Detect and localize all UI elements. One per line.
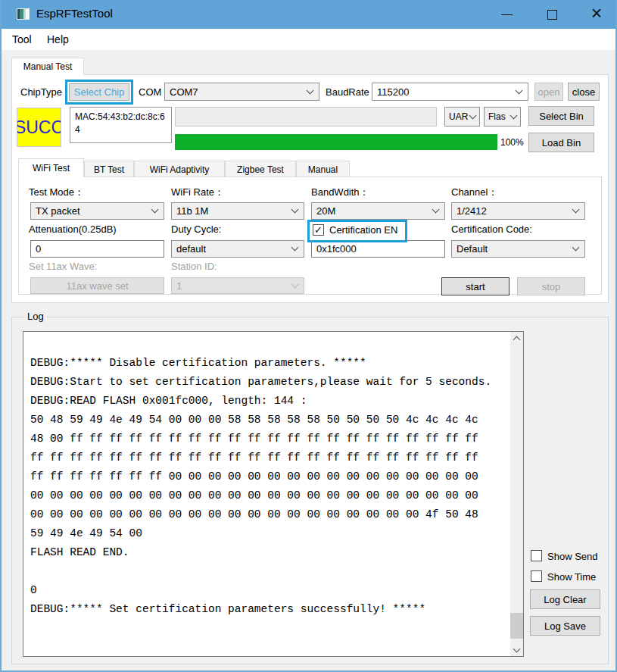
com-label: COM — [139, 86, 161, 98]
chevron-down-icon — [291, 206, 299, 214]
chevron-up-icon — [513, 336, 521, 343]
chevron-down-icon — [572, 244, 580, 252]
status-badge: SUCC — [17, 108, 61, 147]
app-icon — [17, 8, 30, 20]
duty-cycle-select[interactable]: default — [171, 240, 304, 258]
tab-manual-test[interactable]: Manual Test — [11, 58, 84, 75]
chevron-down-icon — [432, 206, 440, 214]
show-time-label: Show Time — [547, 571, 596, 583]
wifi-rate-select[interactable]: 11b 1M — [171, 202, 304, 220]
minimize-icon — [501, 14, 513, 15]
log-group-label: Log — [24, 311, 47, 322]
bandwidth-label: BandWdith： — [311, 186, 369, 199]
app-window: EspRFTestTool × Tool Help Manual Test Ch… — [0, 0, 617, 672]
chevron-down-icon — [469, 111, 477, 119]
log-line: 0 — [30, 581, 503, 600]
wave-set-button: 11ax wave set — [30, 277, 164, 294]
chevron-down-icon — [516, 86, 523, 94]
log-line: DEBUG:Start to set certification paramet… — [30, 373, 503, 392]
maximize-button[interactable] — [534, 0, 569, 29]
certification-code-label: Certification Code: — [451, 223, 532, 235]
baud-rate-select[interactable]: 115200 — [372, 83, 528, 101]
chevron-down-icon — [151, 206, 159, 214]
certification-en-checkbox[interactable]: ✓ — [313, 224, 324, 236]
close-window-button[interactable]: × — [579, 0, 614, 29]
attenuation-label: Attenuation(0.25dB) — [29, 223, 117, 235]
log-line: 00 00 00 00 00 00 00 00 00 00 00 00 00 0… — [30, 486, 503, 505]
log-text: DEBUG:Start to set certification paramet… — [30, 331, 503, 619]
show-send-checkbox[interactable] — [531, 550, 542, 561]
chevron-down-icon — [513, 645, 521, 652]
log-clear-button[interactable]: Log Clear — [530, 589, 600, 609]
select-chip-button[interactable]: Select Chip — [69, 83, 129, 101]
test-mode-select[interactable]: TX packet — [30, 202, 164, 220]
bandwidth-select[interactable]: 20M — [311, 202, 445, 220]
attenuation-input[interactable]: 0 — [30, 240, 164, 258]
menu-tool[interactable]: Tool — [9, 32, 35, 47]
check-icon: ✓ — [314, 225, 323, 235]
tab-wifi-adaptivity[interactable]: WiFi Adaptivity — [134, 161, 225, 177]
log-line: DEBUG:***** Disable certification parame… — [30, 354, 503, 373]
menu-help[interactable]: Help — [44, 32, 72, 47]
certification-addr-input[interactable]: 0x1fc000 — [311, 240, 445, 258]
log-scrollbar[interactable] — [510, 332, 523, 656]
duty-cycle-label: Duty Cycle: — [171, 223, 221, 235]
log-save-button[interactable]: Log Save — [530, 616, 600, 636]
close-icon: × — [591, 4, 603, 23]
menu-bar: Tool Help — [2, 29, 615, 50]
log-line — [30, 562, 503, 581]
window-title: EspRFTestTool — [36, 7, 113, 20]
scroll-up-button[interactable] — [510, 332, 523, 345]
chevron-down-icon — [307, 86, 314, 94]
scrollbar-thumb[interactable] — [510, 613, 523, 639]
progress-percent: 100% — [500, 137, 524, 148]
show-time-checkbox[interactable] — [531, 570, 542, 582]
chevron-down-icon — [510, 111, 518, 119]
log-line: 50 48 59 49 4e 49 54 00 00 00 58 58 58 5… — [30, 411, 503, 430]
test-mode-label: Test Mode： — [29, 186, 84, 199]
title-bar[interactable]: EspRFTestTool × — [2, 0, 615, 29]
flash-select[interactable]: Flas — [484, 107, 521, 127]
station-id-select: 1 — [171, 277, 304, 294]
log-line: DEBUG:READ FLASH 0x001fc000, length: 144… — [30, 392, 503, 411]
progress-bar — [175, 134, 497, 150]
log-line: ff ff ff ff ff ff ff 00 00 00 00 00 00 0… — [30, 467, 503, 486]
tab-manual[interactable]: Manual — [296, 161, 350, 177]
log-line: 00 00 00 00 00 00 00 00 00 00 00 00 00 0… — [30, 505, 503, 524]
open-button: open — [534, 83, 563, 101]
log-output[interactable]: DEBUG:Start to set certification paramet… — [23, 331, 524, 657]
tab-bt-test[interactable]: BT Test — [84, 161, 134, 177]
mac-address: MAC:54:43:b2:dc:8c:64 — [70, 107, 172, 143]
log-line: 59 49 4e 49 54 00 — [30, 524, 503, 543]
com-port-select[interactable]: COM7 — [164, 83, 319, 101]
minimize-button[interactable] — [489, 0, 524, 29]
bin-path-field[interactable] — [175, 107, 437, 127]
select-bin-button[interactable]: Select Bin — [528, 106, 594, 126]
maximize-icon — [547, 10, 557, 20]
uart-select[interactable]: UAR — [444, 107, 480, 127]
log-line-clipped: DEBUG:Start to set certification paramet… — [30, 331, 503, 335]
chevron-down-icon — [572, 206, 580, 214]
progress-fill — [175, 134, 497, 150]
certification-en-label: Certification EN — [329, 224, 397, 236]
close-button[interactable]: close — [568, 83, 600, 101]
tab-zigbee-test[interactable]: Zigbee Test — [225, 161, 296, 177]
log-line — [30, 335, 503, 354]
chip-type-label: ChipType — [20, 86, 62, 98]
chevron-down-icon — [291, 280, 299, 288]
tab-wifi-test[interactable]: WiFi Test — [18, 158, 84, 177]
log-line: DEBUG:***** Set certification parameters… — [30, 600, 503, 619]
chevron-down-icon — [291, 244, 299, 252]
stop-button: stop — [517, 277, 585, 295]
baud-rate-label: BaudRate — [326, 86, 369, 98]
wave-label: Set 11ax Wave: — [29, 261, 97, 272]
log-line: 48 00 ff ff ff ff ff ff ff ff ff ff ff f… — [30, 430, 503, 449]
scroll-down-button[interactable] — [510, 643, 523, 656]
load-bin-button[interactable]: Load Bin — [528, 133, 594, 152]
certification-code-select[interactable]: Default — [451, 240, 585, 258]
channel-label: Channel： — [451, 186, 497, 199]
start-button[interactable]: start — [441, 277, 509, 295]
log-line: ff ff ff ff ff ff ff ff ff ff ff ff ff f… — [30, 449, 503, 467]
wifi-rate-label: WiFi Rate： — [171, 186, 224, 199]
channel-select[interactable]: 1/2412 — [451, 202, 585, 220]
